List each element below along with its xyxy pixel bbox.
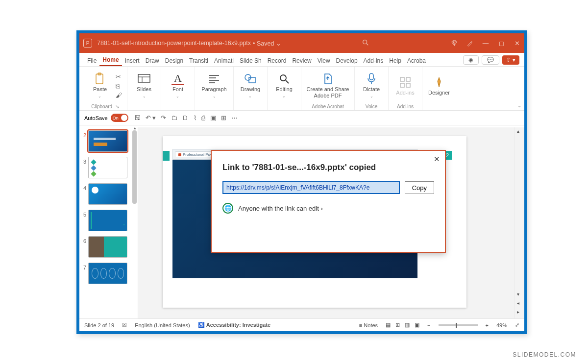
next-slide-triangle-icon[interactable]: ▸ [517,309,519,315]
slide-thumbnail[interactable]: 5 ” [80,210,136,231]
zoom-slider[interactable] [439,324,478,326]
slide-thumbnail[interactable]: 6 [80,236,136,258]
tab-record[interactable]: Record [265,55,290,66]
tab-addins[interactable]: Add-ins [361,55,387,66]
maximize-icon[interactable]: ◻ [498,40,505,47]
permission-row[interactable]: 🌐 Anyone with the link can edit › [222,203,434,214]
tab-help[interactable]: Help [386,55,404,66]
share-icon: ⇧ [506,57,511,63]
slide-counter[interactable]: Slide 2 of 19 [84,322,114,328]
tab-developer[interactable]: Develop [333,55,361,66]
layout-icon[interactable]: ⊞ [221,114,226,121]
new-file-icon[interactable]: 🗋 [182,114,189,121]
tab-acrobat[interactable]: Acroba [404,55,429,66]
pdf-icon [321,73,334,85]
fit-window-icon[interactable]: ⤢ [515,322,519,328]
autosave-toggle[interactable]: On [111,114,128,122]
paragraph-icon [208,73,220,85]
format-painter-icon[interactable]: 🖌 [116,92,122,99]
group-adobe: Create and Share Adobe PDF Adobe Acrobat [301,67,355,110]
drawing-button[interactable]: Drawing⌄ [239,73,262,98]
normal-view-icon[interactable]: ▦ [386,322,391,328]
paste-button[interactable]: Paste⌄ [88,73,112,98]
zoom-percent[interactable]: 49% [496,322,507,328]
accessibility-status[interactable]: ♿ Accessibility: Investigate [198,322,271,328]
cut-icon[interactable]: ✂ [116,73,122,80]
slide-thumbnail[interactable]: 3 [80,157,136,178]
tab-review[interactable]: Review [289,55,314,66]
scroll-up-arrow-icon[interactable]: ▴ [517,128,519,134]
tab-design[interactable]: Design [162,55,186,66]
slideshow-view-icon[interactable]: ▣ [415,322,419,328]
tab-insert[interactable]: Insert [122,55,143,66]
close-icon[interactable]: ✕ [514,40,520,47]
ribbon-tabs: File Home Insert Draw Design Transiti An… [79,53,524,67]
scroll-down-arrow-icon[interactable]: ▾ [517,291,519,297]
attach-icon[interactable]: ⌇ [194,114,196,121]
tab-draw[interactable]: Draw [143,55,162,66]
group-editing: Editing⌄ [268,67,301,110]
group-voice: Dictate⌄ Voice [355,67,389,110]
prev-slide-triangle-icon[interactable]: ◂ [517,300,519,306]
more-qat-icon[interactable]: ⋯ [231,114,238,121]
copy-button[interactable]: Copy [405,181,434,194]
share-button[interactable]: ⇧▾ [502,55,519,65]
svg-rect-19 [406,83,410,87]
eyedropper-icon[interactable] [466,40,473,47]
zoom-out-icon[interactable]: − [427,322,430,328]
notes-button[interactable]: ≡ Notes [359,322,378,328]
tab-home[interactable]: Home [99,54,122,66]
camera-button[interactable]: ◉ [463,55,479,65]
saved-indicator[interactable]: • Saved ⌄ [253,40,281,47]
tab-file[interactable]: File [84,55,99,66]
svg-rect-4 [138,74,150,82]
quick-access-toolbar: AutoSave On 🖫 ↶ ▾ ↷ 🗀 🗋 ⌇ ⎙ ▣ ⊞ ⋯ [79,111,524,125]
svg-rect-18 [400,83,404,87]
tab-transitions[interactable]: Transiti [186,55,211,66]
spellcheck-icon[interactable]: ☒ [122,322,127,328]
dictate-button[interactable]: Dictate⌄ [360,73,383,98]
present-icon[interactable]: ▣ [210,114,216,121]
adobe-pdf-button[interactable]: Create and Share Adobe PDF [306,73,349,98]
thumbnail-scrollbar[interactable] [132,130,137,204]
editing-button[interactable]: Editing⌄ [272,73,296,98]
search-icon[interactable] [362,39,370,48]
group-font: A Font⌄ [161,67,195,110]
group-clipboard: Paste⌄ ✂ ⎘ 🖌 Clipboard ↘ [83,67,127,110]
shapes-icon [244,73,257,85]
print-icon[interactable]: ⎙ [201,114,205,121]
open-folder-icon[interactable]: 🗀 [171,114,177,121]
diamond-icon[interactable] [451,40,458,47]
share-url-field[interactable]: https://1drv.ms/p/s!AiEnxjm_fVAfift6BHlL… [222,181,400,194]
redo-icon[interactable]: ↷ [161,114,166,121]
canvas-vertical-scrollbar[interactable]: ▴ ▾ ◂ ▸ [514,127,524,318]
tab-view[interactable]: View [315,55,333,66]
comments-button[interactable]: 💬 [482,55,499,65]
collapse-ribbon-icon[interactable]: ⌄ [517,103,521,108]
language-indicator[interactable]: English (United States) [135,322,190,328]
dialog-close-icon[interactable]: ✕ [434,155,440,164]
slides-button[interactable]: Slides⌄ [132,73,156,98]
tab-animations[interactable]: Animati [211,55,237,66]
document-filename[interactable]: 7881-01-self-introduction-powerpoint-tem… [97,40,251,47]
font-icon: A [172,73,184,85]
reading-view-icon[interactable]: ▥ [405,322,410,328]
zoom-in-icon[interactable]: + [486,322,489,328]
tab-slideshow[interactable]: Slide Sh [237,55,265,66]
slide-thumbnail[interactable]: 2 [80,130,136,152]
permission-label: Anyone with the link can edit › [238,205,323,212]
thumb-number: 2 [80,130,86,138]
addins-button[interactable]: Add-ins [393,76,417,96]
undo-icon[interactable]: ↶ ▾ [146,114,156,121]
find-icon [278,73,291,85]
designer-button[interactable]: Designer [427,76,451,96]
save-icon[interactable]: 🖫 [134,114,141,121]
font-button[interactable]: A Font⌄ [166,73,190,98]
copy-icon[interactable]: ⎘ [116,82,122,90]
paragraph-button[interactable]: Paragraph⌄ [200,73,228,98]
slide-thumbnail[interactable]: 7 [80,263,136,284]
slide-thumbnail[interactable]: 4 [80,183,136,205]
sorter-view-icon[interactable]: ⊞ [395,322,400,328]
powerpoint-window: P 7881-01-self-introduction-powerpoint-t… [76,30,527,334]
minimize-icon[interactable]: — [482,40,489,47]
